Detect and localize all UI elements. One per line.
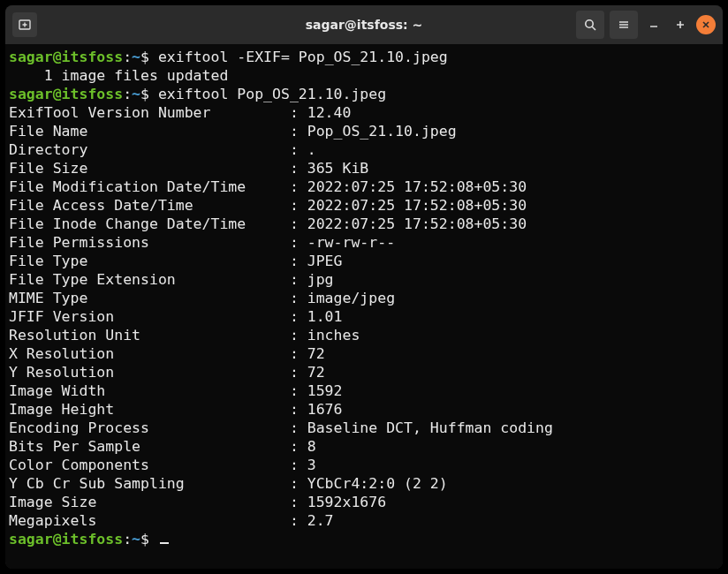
svg-point-3 xyxy=(586,20,593,27)
menu-button[interactable] xyxy=(610,11,638,39)
search-icon xyxy=(583,18,597,32)
exif-field-line: Image Width : 1592 xyxy=(9,381,719,400)
exif-field-line: JFIF Version : 1.01 xyxy=(9,307,719,326)
new-tab-icon xyxy=(18,18,32,32)
prompt-user: sagar@itsfoss xyxy=(9,49,123,65)
exif-field-line: File Type : JPEG xyxy=(9,252,719,270)
exif-field-line: Color Components : 3 xyxy=(9,456,719,474)
close-icon xyxy=(701,20,710,29)
prompt-line-2: sagar@itsfoss:~$ exiftool Pop_OS_21.10.j… xyxy=(9,85,719,103)
new-tab-button[interactable] xyxy=(12,12,37,37)
hamburger-icon xyxy=(617,18,631,32)
minimize-icon xyxy=(648,19,659,30)
prompt-dollar: $ xyxy=(140,531,158,548)
exif-field-line: Encoding Process : Baseline DCT, Huffman… xyxy=(9,419,719,437)
exif-field-line: File Permissions : -rw-rw-r-- xyxy=(9,233,719,252)
cursor xyxy=(160,542,169,544)
exif-output: ExifTool Version Number : 12.40File Name… xyxy=(9,103,719,530)
terminal-window: sagar@itsfoss: ~ sagar@itsfoss:~$ exifto… xyxy=(5,5,723,569)
prompt-path: ~ xyxy=(132,531,140,548)
exif-field-line: File Access Date/Time : 2022:07:25 17:52… xyxy=(9,196,719,215)
exif-field-line: File Type Extension : jpg xyxy=(9,270,719,289)
exif-field-line: Bits Per Sample : 8 xyxy=(9,437,719,456)
exif-field-line: Resolution Unit : inches xyxy=(9,326,719,344)
prompt-path: ~ xyxy=(132,86,140,102)
exif-field-line: Y Resolution : 72 xyxy=(9,363,719,381)
terminal-body[interactable]: sagar@itsfoss:~$ exiftool -EXIF= Pop_OS_… xyxy=(5,44,723,569)
exif-field-line: Image Size : 1592x1676 xyxy=(9,493,719,511)
prompt-colon: : xyxy=(123,86,132,102)
command-2: exiftool Pop_OS_21.10.jpeg xyxy=(158,86,386,102)
prompt-path: ~ xyxy=(132,49,140,65)
prompt-line-3: sagar@itsfoss:~$ xyxy=(9,530,719,548)
prompt-colon: : xyxy=(123,49,132,65)
maximize-icon xyxy=(675,19,686,30)
minimize-button[interactable] xyxy=(643,14,664,35)
exif-field-line: Directory : . xyxy=(9,140,719,159)
exif-field-line: Megapixels : 2.7 xyxy=(9,511,719,530)
exif-field-line: File Modification Date/Time : 2022:07:25… xyxy=(9,177,719,196)
exif-field-line: Y Cb Cr Sub Sampling : YCbCr4:2:0 (2 2) xyxy=(9,474,719,493)
svg-line-4 xyxy=(592,26,595,30)
search-button[interactable] xyxy=(576,11,604,39)
close-button[interactable] xyxy=(696,15,716,34)
prompt-colon: : xyxy=(123,531,132,548)
exif-field-line: X Resolution : 72 xyxy=(9,344,719,363)
command-1-output: 1 image files updated xyxy=(9,66,719,85)
command-1: exiftool -EXIF= Pop_OS_21.10.jpeg xyxy=(158,49,448,65)
prompt-user: sagar@itsfoss xyxy=(9,531,123,548)
maximize-button[interactable] xyxy=(670,14,691,35)
prompt-line-1: sagar@itsfoss:~$ exiftool -EXIF= Pop_OS_… xyxy=(9,48,719,66)
prompt-dollar: $ xyxy=(140,86,158,102)
exif-field-line: File Size : 365 KiB xyxy=(9,159,719,177)
exif-field-line: File Name : Pop_OS_21.10.jpeg xyxy=(9,122,719,140)
exif-field-line: MIME Type : image/jpeg xyxy=(9,289,719,307)
titlebar: sagar@itsfoss: ~ xyxy=(5,5,723,44)
prompt-dollar: $ xyxy=(140,49,158,65)
exif-field-line: ExifTool Version Number : 12.40 xyxy=(9,103,719,122)
exif-field-line: Image Height : 1676 xyxy=(9,400,719,419)
prompt-user: sagar@itsfoss xyxy=(9,86,123,102)
exif-field-line: File Inode Change Date/Time : 2022:07:25… xyxy=(9,215,719,233)
right-controls xyxy=(576,11,716,39)
